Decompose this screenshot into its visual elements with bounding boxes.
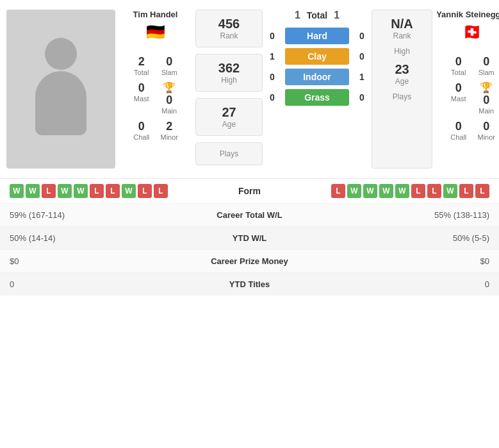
left-main-value: 0 — [161, 94, 179, 107]
form-left-badge-8: L — [138, 184, 152, 198]
left-chall-value: 0 — [133, 120, 151, 133]
form-right-badge-0: L — [331, 184, 345, 198]
left-player-photo — [6, 10, 115, 169]
right-player-stats: 0 Total 0 Slam 0 Mast 🏆 0 Main 0 — [450, 55, 495, 141]
stats-row-3: 0 YTD Titles 0 — [0, 272, 499, 295]
stats-row-0: 59% (167-114) Career Total W/L 55% (138-… — [0, 203, 499, 226]
court-right-score: 0 — [356, 51, 368, 62]
court-right-score: 0 — [356, 92, 368, 103]
left-plays-label: Plays — [206, 149, 252, 158]
court-right-score: 1 — [356, 72, 368, 82]
stats-left-2: $0 — [10, 256, 192, 266]
right-mast-stat: 0 Mast — [450, 81, 468, 115]
left-player-stats: 2 Total 0 Slam 0 Mast 🏆 0 Main 0 — [133, 55, 178, 141]
right-mast-label: Mast — [450, 95, 468, 103]
right-age-label: Age — [379, 77, 425, 86]
right-chall-label: Chall — [450, 133, 468, 141]
right-slam-value: 0 — [478, 55, 496, 69]
form-right-badge-6: L — [427, 184, 441, 198]
form-center-label: Form — [211, 186, 288, 196]
form-right-badge-3: W — [379, 184, 393, 198]
left-high-label: High — [206, 76, 252, 85]
left-trophy-icon: 🏆 — [163, 81, 176, 94]
right-age-value: 23 — [379, 62, 425, 77]
left-minor-value: 2 — [161, 120, 179, 133]
stats-row-1: 50% (14-14) YTD W/L 50% (5-5) — [0, 226, 499, 249]
form-right-badge-7: W — [443, 184, 457, 198]
right-chall-value: 0 — [450, 120, 468, 133]
total-right-score: 1 — [334, 10, 339, 21]
right-rank-label: Rank — [379, 31, 425, 40]
stats-right-3: 0 — [307, 279, 490, 289]
left-mast-value: 0 — [133, 81, 151, 95]
left-rank-label: Rank — [206, 31, 252, 40]
left-minor-stat: 2 Minor — [161, 120, 179, 141]
left-total-stat: 2 Total — [133, 55, 151, 76]
right-minor-label: Minor — [478, 133, 496, 141]
right-main-value: 0 — [478, 94, 496, 107]
middle-section: 1 Total 1 0 Hard 0 1 Clay 0 0 Indoor 1 0… — [266, 10, 368, 169]
left-total-label: Total — [133, 69, 151, 76]
left-player-name: Tim Handel — [133, 10, 178, 19]
stats-section: 59% (167-114) Career Total W/L 55% (138-… — [0, 203, 499, 302]
left-total-value: 2 — [133, 55, 151, 69]
form-right-badge-2: W — [363, 184, 377, 198]
left-slam-label: Slam — [161, 69, 179, 76]
left-main-label: Main — [161, 107, 179, 115]
right-stats-col: N/A Rank High 23 Age Plays — [372, 10, 432, 169]
left-trophy-stat: 🏆 0 Main — [161, 81, 179, 115]
main-container: Tim Handel 🇩🇪 2 Total 0 Slam 0 Mast 🏆 — [0, 0, 499, 302]
right-total-value: 0 — [450, 55, 468, 69]
player-section: Tim Handel 🇩🇪 2 Total 0 Slam 0 Mast 🏆 — [0, 0, 499, 178]
court-left-score: 0 — [266, 92, 279, 103]
form-left-badge-0: W — [10, 184, 24, 198]
left-minor-label: Minor — [161, 133, 179, 141]
stats-center-1: YTD W/L — [192, 233, 307, 243]
left-high-value: 362 — [206, 61, 252, 76]
court-badge-indoor: Indoor — [285, 69, 349, 85]
form-right-badge-4: W — [395, 184, 409, 198]
court-right-score: 0 — [356, 31, 368, 41]
form-left-badge-6: L — [106, 184, 120, 198]
right-trophy-icon: 🏆 — [480, 81, 493, 94]
court-row-hard: 0 Hard 0 — [266, 28, 368, 44]
left-slam-stat: 0 Slam — [161, 55, 179, 76]
court-row-indoor: 0 Indoor 1 — [266, 69, 368, 85]
left-silhouette-head — [45, 38, 77, 70]
left-chall-stat: 0 Chall — [133, 120, 151, 141]
stats-center-0: Career Total W/L — [192, 210, 307, 220]
left-slam-value: 0 — [161, 55, 179, 69]
form-left: WWLWWLLWLL — [10, 184, 211, 198]
form-left-badge-9: L — [154, 184, 168, 198]
court-badge-grass: Grass — [285, 89, 349, 106]
court-badge-hard: Hard — [285, 28, 349, 44]
form-section: WWLWWLLWLL Form LWWWWLLWLL — [0, 178, 499, 203]
left-player-flag: 🇩🇪 — [133, 23, 178, 41]
right-trophy-stat: 🏆 0 Main — [478, 81, 496, 115]
right-plays-label: Plays — [379, 92, 425, 101]
stats-right-1: 50% (5-5) — [307, 233, 490, 243]
left-age-box: 27 Age — [195, 98, 263, 136]
form-right-badge-5: L — [411, 184, 425, 198]
left-rank-box: 456 Rank — [195, 10, 263, 47]
left-silhouette-body — [35, 71, 86, 135]
right-total-label: Total — [450, 69, 468, 76]
form-right-badge-9: L — [475, 184, 489, 198]
stats-center-3: YTD Titles — [192, 279, 307, 289]
stats-left-1: 50% (14-14) — [10, 233, 192, 243]
stats-right-2: $0 — [307, 256, 490, 266]
left-rank-value: 456 — [206, 17, 252, 31]
court-left-score: 0 — [266, 72, 279, 82]
right-slam-label: Slam — [478, 69, 496, 76]
right-minor-stat: 0 Minor — [478, 120, 496, 141]
stats-left-3: 0 — [10, 279, 192, 289]
court-badge-clay: Clay — [285, 48, 349, 65]
right-total-stat: 0 Total — [450, 55, 468, 76]
right-rank-value: N/A — [379, 17, 425, 31]
left-mast-stat: 0 Mast — [133, 81, 151, 115]
left-high-box: 362 High — [195, 54, 263, 92]
right-high-value: High — [379, 47, 425, 56]
right-mast-value: 0 — [450, 81, 468, 95]
form-left-badge-1: W — [26, 184, 40, 198]
right-slam-stat: 0 Slam — [478, 55, 496, 76]
